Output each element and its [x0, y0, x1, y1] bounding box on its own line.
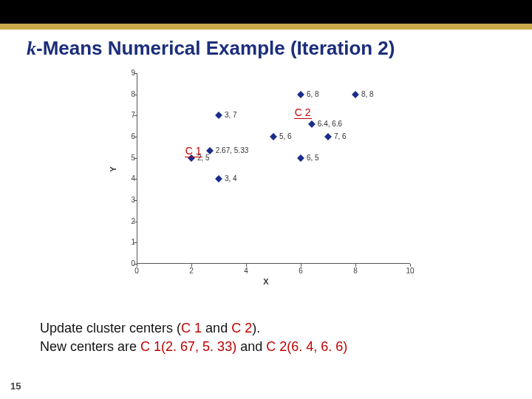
slide-title: k-Means Numerical Example (Iteration 2) [0, 30, 532, 63]
x-tick-mark [355, 264, 356, 267]
y-axis-label: Y [109, 166, 117, 171]
y-tick-mark [134, 115, 137, 116]
c2-mention: C 2 [231, 321, 252, 335]
body-text-seg: and [236, 339, 266, 354]
x-axis-label: X [112, 277, 420, 286]
slide-top-black-bar [0, 0, 532, 24]
data-point-label: 8, 8 [361, 90, 374, 98]
data-point-label: 6, 8 [307, 90, 319, 98]
slide-top-gold-bar [0, 24, 532, 30]
x-tick-mark [191, 264, 192, 267]
scatter-chart: Y X 012345678902468102, 53, 43, 75, 66, … [112, 70, 420, 286]
data-point-label: 3, 4 [225, 174, 237, 183]
c1-coords: C 1(2. 67, 5. 33) [140, 339, 236, 354]
y-tick-mark [134, 222, 137, 222]
y-tick-mark [134, 95, 137, 95]
y-tick-mark [134, 179, 137, 180]
body-text-seg: Update cluster centers ( [40, 321, 181, 335]
y-tick-mark [134, 137, 137, 137]
data-point-label: 5, 6 [279, 132, 292, 140]
slide-number: 15 [10, 381, 21, 392]
x-tick-label: 0 [129, 267, 144, 275]
x-tick-mark [301, 264, 301, 267]
body-line-2: New centers are C 1(2. 67, 5. 33) and C … [40, 338, 347, 356]
x-tick-label: 2 [184, 267, 199, 275]
x-tick-mark [246, 264, 247, 267]
body-text-seg: and [202, 321, 231, 335]
x-tick-label: 10 [403, 267, 417, 275]
data-point-label: 3, 7 [225, 111, 237, 119]
body-text-seg: New centers are [40, 339, 140, 354]
c2-coords: C 2(6. 4, 6. 6) [266, 339, 347, 354]
data-point-label: 7, 6 [334, 132, 347, 140]
data-point-label: 6, 5 [307, 154, 319, 162]
x-tick-label: 4 [239, 267, 253, 275]
x-tick-label: 8 [348, 267, 363, 275]
x-tick-mark [410, 264, 411, 267]
center-point-label: 6.4, 6.6 [318, 120, 342, 128]
body-line-1: Update cluster centers (C 1 and C 2). [40, 319, 347, 338]
center-point-label: 2.67, 5.33 [216, 146, 248, 154]
plot-area [137, 73, 410, 264]
y-tick-mark [134, 242, 137, 243]
x-tick-label: 6 [293, 267, 308, 275]
y-tick-mark [134, 200, 137, 201]
body-text-seg: ). [252, 321, 260, 335]
title-k-italic: k [27, 38, 36, 59]
title-rest: -Means Numerical Example (Iteration 2) [36, 37, 395, 59]
c1-label: C 1 [185, 145, 202, 157]
slide-body-text: Update cluster centers (C 1 and C 2). Ne… [40, 319, 347, 356]
c2-label: C 2 [294, 106, 312, 118]
x-tick-mark [137, 264, 137, 267]
y-tick-mark [134, 73, 137, 74]
y-tick-mark [134, 158, 137, 159]
c1-mention: C 1 [181, 321, 202, 335]
